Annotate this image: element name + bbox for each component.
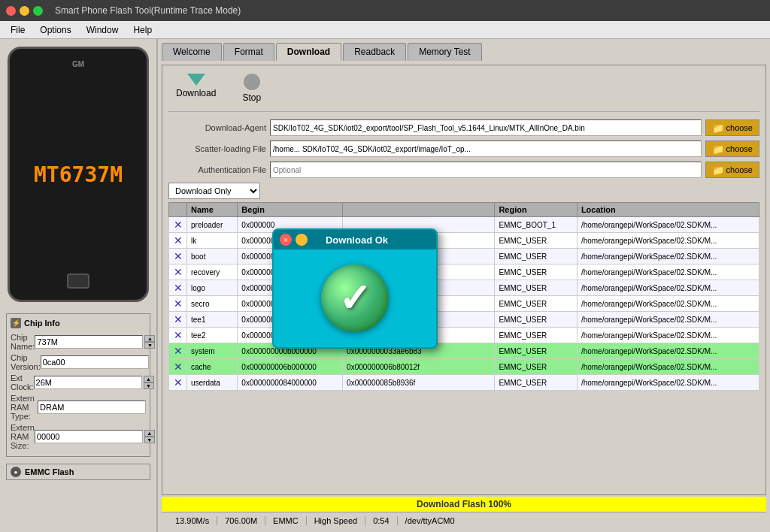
- row-location-cell: /home/orangepi/WorkSpace/02.SDK/M...: [577, 343, 759, 359]
- row-region-cell: EMMC_USER: [495, 296, 577, 312]
- row-checkbox[interactable]: ✕: [174, 376, 183, 388]
- row-region-cell: EMMC_USER: [495, 264, 577, 280]
- chip-name-input[interactable]: [35, 335, 143, 349]
- scatter-input[interactable]: [270, 141, 702, 157]
- dialog-title-left: ×: [280, 234, 308, 246]
- stop-button[interactable]: Stop: [235, 71, 268, 105]
- row-checkbox-cell[interactable]: ✕: [169, 359, 187, 375]
- row-checkbox[interactable]: ✕: [174, 219, 183, 231]
- row-checkbox[interactable]: ✕: [174, 345, 183, 357]
- progress-text: Download Flash 100%: [417, 499, 511, 509]
- tab-readback[interactable]: Readback: [343, 43, 406, 61]
- row-location-cell: /home/orangepi/WorkSpace/02.SDK/M...: [577, 312, 759, 328]
- row-checkbox-cell[interactable]: ✕: [169, 375, 187, 391]
- row-checkbox[interactable]: ✕: [174, 266, 183, 278]
- row-begin-cell: 0x0000000084000000: [238, 375, 343, 391]
- menu-file[interactable]: File: [3, 23, 32, 37]
- menu-window[interactable]: Window: [79, 23, 126, 37]
- row-checkbox-cell[interactable]: ✕: [169, 343, 187, 359]
- titlebar: Smart Phone Flash Tool(Runtime Trace Mod…: [0, 0, 770, 21]
- chip-ramsize-down[interactable]: ▼: [144, 437, 155, 443]
- row-checkbox-cell[interactable]: ✕: [169, 296, 187, 312]
- chip-info-panel: ⚡ Chip Info Chip Name: ▲ ▼ Chip Version:…: [6, 313, 150, 457]
- menu-options[interactable]: Options: [32, 23, 78, 37]
- row-checkbox-cell[interactable]: ✕: [169, 312, 187, 328]
- row-checkbox-cell[interactable]: ✕: [169, 233, 187, 249]
- tab-welcome[interactable]: Welcome: [162, 43, 222, 61]
- row-begin-cell: 0x000000006b000000: [238, 359, 343, 375]
- chip-extclock-up[interactable]: ▲: [144, 376, 154, 382]
- row-checkbox-cell[interactable]: ✕: [169, 264, 187, 280]
- download-agent-choose-btn[interactable]: 📁 choose: [705, 119, 759, 136]
- chip-ramsize-input[interactable]: [35, 430, 143, 443]
- chip-ramtype-input[interactable]: [38, 401, 146, 414]
- table-row: ✕ secro 0x0000000005200000 0x00000000522…: [169, 296, 759, 312]
- row-region-cell: EMMC_USER: [495, 280, 577, 296]
- row-location-cell: /home/orangepi/WorkSpace/02.SDK/M...: [577, 328, 759, 343]
- minimize-window-btn[interactable]: [20, 6, 29, 16]
- chip-name-label: Chip Name:: [11, 333, 35, 351]
- row-checkbox[interactable]: ✕: [174, 250, 183, 262]
- dialog-min-btn[interactable]: [296, 234, 308, 246]
- row-checkbox-cell[interactable]: ✕: [169, 328, 187, 343]
- download-agent-input[interactable]: [270, 119, 702, 136]
- chip-ramsize-up[interactable]: ▲: [144, 430, 155, 437]
- chip-name-up[interactable]: ▲: [144, 335, 155, 342]
- tab-download[interactable]: Download: [276, 43, 341, 61]
- time-indicator: 0:54: [365, 516, 397, 525]
- table-row: ✕ system 0x000000000b000000 0x0000000033…: [169, 343, 759, 359]
- row-name-cell: preloader: [187, 217, 238, 233]
- row-name-cell: userdata: [187, 375, 238, 391]
- tab-format[interactable]: Format: [223, 43, 274, 61]
- size-indicator: 706.00M: [217, 516, 265, 525]
- row-checkbox-cell[interactable]: ✕: [169, 249, 187, 264]
- close-window-btn[interactable]: [6, 6, 16, 16]
- tab-memory-test[interactable]: Memory Test: [408, 43, 481, 61]
- chip-version-field: Chip Version:: [11, 353, 146, 371]
- auth-input[interactable]: [270, 162, 702, 178]
- chip-extclock-input[interactable]: [34, 376, 142, 389]
- stop-icon: [244, 74, 260, 90]
- scatter-choose-btn[interactable]: 📁 choose: [705, 141, 759, 157]
- row-name-cell: boot: [187, 249, 238, 264]
- row-checkbox[interactable]: ✕: [174, 298, 183, 310]
- row-region-cell: EMMC_BOOT_1: [495, 217, 577, 233]
- maximize-window-btn[interactable]: [33, 6, 43, 16]
- row-location-cell: /home/orangepi/WorkSpace/02.SDK/M...: [577, 280, 759, 296]
- left-panel: GM MT6737M ⚡ Chip Info Chip Name: ▲ ▼ Ch…: [0, 39, 158, 532]
- folder-icon-3: 📁: [712, 165, 724, 176]
- menu-help[interactable]: Help: [126, 23, 159, 37]
- row-region-cell: EMMC_USER: [495, 375, 577, 391]
- download-agent-label: Download-Agent: [168, 123, 266, 132]
- phone-home-btn: [67, 274, 89, 289]
- row-checkbox[interactable]: ✕: [174, 282, 183, 294]
- row-checkbox[interactable]: ✕: [174, 361, 183, 373]
- window-title: Smart Phone Flash Tool(Runtime Trace Mod…: [55, 5, 241, 16]
- folder-icon-1: 📁: [712, 122, 724, 134]
- chip-name-down[interactable]: ▼: [144, 342, 155, 349]
- download-button[interactable]: Download: [168, 71, 223, 105]
- chip-extclock-down[interactable]: ▼: [144, 382, 154, 389]
- row-name-cell: secro: [187, 296, 238, 312]
- row-end-cell: 0x000000085b8936f: [343, 375, 495, 391]
- row-location-cell: /home/orangepi/WorkSpace/02.SDK/M...: [577, 359, 759, 375]
- folder-icon-2: 📁: [712, 144, 724, 155]
- phone-model: MT6737M: [34, 162, 123, 187]
- chip-version-label: Chip Version:: [11, 353, 41, 371]
- row-checkbox-cell[interactable]: ✕: [169, 280, 187, 296]
- checkmark: ✓: [338, 279, 371, 318]
- download-mode-select[interactable]: Download Only Firmware Upgrade Download …: [168, 183, 260, 199]
- phone-brand: GM: [72, 60, 84, 68]
- row-checkbox[interactable]: ✕: [174, 234, 183, 246]
- row-checkbox[interactable]: ✕: [174, 329, 183, 341]
- flash-table: Name Begin Region Location ✕ preloader 0…: [168, 202, 759, 391]
- auth-choose-btn[interactable]: 📁 choose: [705, 162, 759, 178]
- col-location: Location: [577, 203, 759, 217]
- row-location-cell: /home/orangepi/WorkSpace/02.SDK/M...: [577, 233, 759, 249]
- download-btn-label: Download: [176, 88, 216, 98]
- row-name-cell: tee1: [187, 312, 238, 328]
- dialog-close-btn[interactable]: ×: [280, 234, 292, 246]
- row-checkbox-cell[interactable]: ✕: [169, 217, 187, 233]
- chip-version-input[interactable]: [41, 355, 149, 369]
- row-checkbox[interactable]: ✕: [174, 313, 183, 325]
